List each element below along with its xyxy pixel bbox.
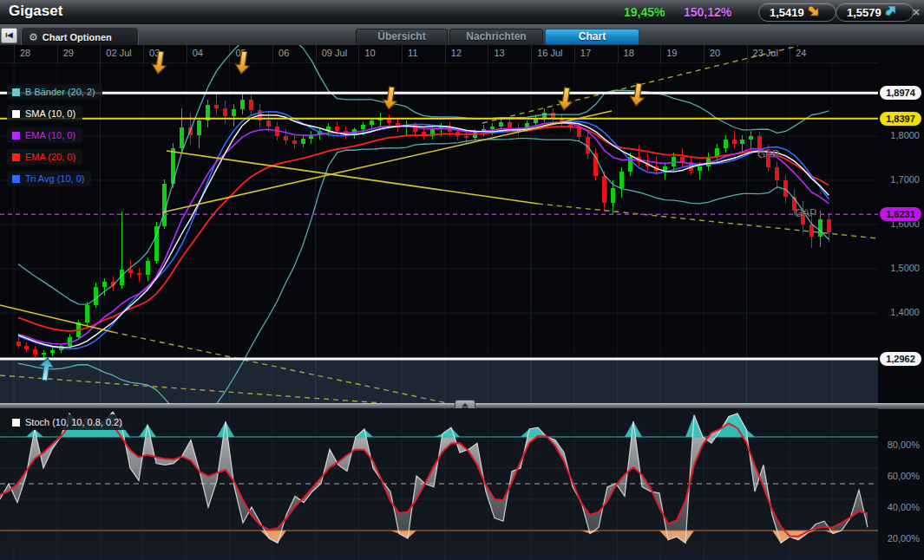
gear-icon: ⚙: [29, 32, 38, 42]
legend-swatch: [12, 110, 20, 118]
arrow-down-right-icon: [807, 4, 820, 21]
legend-label: EMA (10, 0): [25, 130, 75, 140]
instrument-title: Gigaset: [9, 3, 62, 20]
candlestick-chart[interactable]: GAPGAP: [0, 45, 878, 404]
price-level-badge: 1,2962: [880, 352, 921, 366]
legend-swatch: [12, 132, 20, 140]
stoch-percent-label: 80,00%: [878, 440, 920, 450]
splitter-up-icon: [462, 403, 469, 407]
legend-label: Stoch (10, 10, 0.8, 0.2): [25, 417, 122, 427]
chart-area: 282902 Jul0304050609 Jul1011121316 Jul17…: [0, 45, 924, 560]
legend-swatch: [12, 88, 20, 96]
stoch-percent-label: 20,00%: [878, 533, 920, 544]
toolbar: I◀ ⚙ Chart Optionen Übersicht Nachrichte…: [0, 24, 924, 46]
stoch-legend: Stoch (10, 10, 0.8, 0.2): [7, 414, 129, 430]
title-bar: Gigaset 19,45% 150,12% 1,5419 1,5579 ×: [0, 0, 924, 25]
stoch-percent-label: 40,00%: [878, 502, 920, 512]
gap-annotation: GAP: [795, 207, 816, 219]
ask-price: 1,5579: [847, 6, 881, 19]
stochastic-chart[interactable]: [0, 408, 878, 560]
overlay-legend: B Bänder (20, 2)SMA (10, 0)EMA (10, 0)EM…: [7, 84, 102, 186]
tab-uebersicht[interactable]: Übersicht: [356, 29, 448, 45]
legend-label: SMA (10, 0): [25, 108, 75, 119]
tab-nachrichten[interactable]: Nachrichten: [449, 29, 543, 45]
close-icon[interactable]: ×: [909, 5, 923, 19]
legend-item: EMA (10, 0): [7, 127, 82, 143]
trading-app-window: Gigaset 19,45% 150,12% 1,5419 1,5579 × I…: [0, 0, 924, 560]
legend-item: Stoch (10, 10, 0.8, 0.2): [7, 414, 129, 430]
legend-item: Tri Avg (10, 0): [7, 171, 91, 186]
sell-arrow-icon: [557, 87, 573, 111]
ask-price-button[interactable]: 1,5579: [836, 3, 914, 22]
sell-arrow-icon: [382, 86, 398, 110]
collapse-panel-button[interactable]: I◀: [1, 28, 17, 43]
legend-label: B Bänder (20, 2): [25, 87, 95, 97]
stoch-percent-label: 60,00%: [878, 471, 920, 481]
bid-price: 1,5419: [770, 6, 804, 19]
chart-options-label: Chart Optionen: [43, 32, 112, 42]
legend-item: SMA (10, 0): [7, 106, 82, 121]
change-percent-green: 19,45%: [624, 5, 665, 19]
legend-item: EMA (20, 0): [7, 149, 82, 165]
tab-chart-options[interactable]: ⚙ Chart Optionen: [21, 27, 139, 46]
change-percent-purple: 150,12%: [684, 5, 731, 19]
price-label: 1,5000: [878, 263, 920, 273]
legend-label: EMA (20, 0): [25, 152, 75, 162]
price-level-badge: 1,6231: [880, 207, 921, 221]
candles: [16, 92, 831, 359]
price-level-badge: 1,8397: [880, 112, 921, 126]
bid-price-button[interactable]: 1,5419: [758, 3, 836, 22]
gap-annotation: GAP: [757, 148, 779, 160]
legend-swatch: [12, 175, 20, 183]
legend-swatch: [12, 419, 20, 427]
legend-swatch: [12, 153, 20, 161]
sell-arrow-icon: [234, 50, 251, 75]
legend-item: B Bänder (20, 2): [7, 84, 102, 100]
price-level-badge: 1,8974: [880, 86, 921, 100]
tab-chart[interactable]: Chart: [545, 29, 639, 45]
price-label: 1,7000: [878, 174, 920, 185]
price-label: 1,8000: [878, 130, 920, 140]
price-label: 1,4000: [878, 307, 920, 317]
arrow-up-right-icon: [884, 4, 897, 21]
legend-label: Tri Avg (10, 0): [25, 173, 84, 184]
sell-arrow-icon: [151, 50, 167, 75]
